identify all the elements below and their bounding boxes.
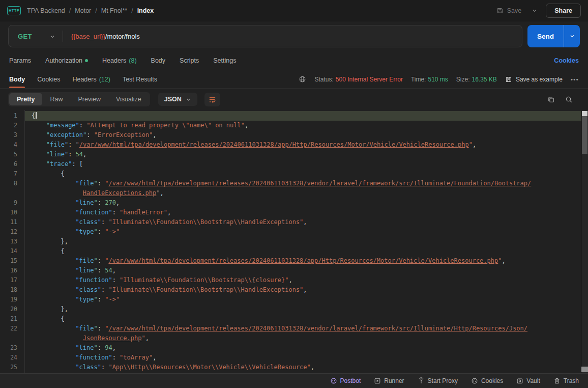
footer-start-proxy-label: Start Proxy bbox=[428, 377, 458, 384]
method-chevron-icon[interactable] bbox=[40, 33, 63, 40]
vertical-scrollbar[interactable] bbox=[581, 110, 588, 373]
url-input[interactable]: {{base_url}}/motor/fnols bbox=[63, 33, 522, 40]
code-token: "file" bbox=[75, 325, 97, 332]
line-number: 24 bbox=[0, 353, 24, 363]
scrollbar-thumb[interactable] bbox=[582, 116, 587, 154]
response-tab-headers-label: Headers bbox=[72, 76, 96, 83]
response-more-options[interactable]: ••• bbox=[571, 76, 579, 82]
file-path-link[interactable]: /var/www/html/tpa/development/releases/2… bbox=[79, 141, 469, 148]
breadcrumb-item-folder[interactable]: Mt Fnol** bbox=[101, 7, 127, 14]
wrap-text-button[interactable] bbox=[204, 93, 220, 106]
file-path-link[interactable]: JsonResource.php bbox=[83, 335, 142, 342]
top-bar: HTTP TPA Backend / Motor / Mt Fnol** / i… bbox=[0, 0, 588, 21]
code-token: 54 bbox=[105, 267, 112, 274]
tab-settings[interactable]: Settings bbox=[213, 57, 236, 64]
response-tab-body[interactable]: Body bbox=[9, 76, 25, 83]
send-options-chevron[interactable] bbox=[564, 25, 580, 47]
code-token: : bbox=[98, 344, 105, 351]
scrollbar-corner[interactable] bbox=[581, 367, 588, 372]
view-mode-pretty[interactable]: Pretty bbox=[9, 93, 42, 105]
size-badge: Size: 16.35 KB bbox=[456, 76, 497, 83]
line-number: 5 bbox=[0, 150, 24, 159]
http-request-icon: HTTP bbox=[7, 6, 21, 15]
url-bar: GET {{base_url}}/motor/fnols bbox=[8, 25, 522, 47]
response-tab-cookies[interactable]: Cookies bbox=[37, 76, 60, 83]
time-badge: Time: 510 ms bbox=[411, 76, 448, 83]
line-number: 8 bbox=[0, 179, 24, 188]
authorization-status-dot bbox=[85, 59, 88, 62]
code-token: , bbox=[311, 364, 314, 371]
tab-params[interactable]: Params bbox=[9, 57, 31, 64]
breadcrumb-item-workspace[interactable]: TPA Backend bbox=[27, 7, 65, 14]
footer-item-postbot[interactable]: Postbot bbox=[330, 377, 361, 384]
code-token: : bbox=[79, 122, 86, 129]
tab-scripts[interactable]: Scripts bbox=[180, 57, 199, 64]
code-token: , bbox=[145, 335, 149, 342]
response-body-viewer[interactable]: 1{2"message": "Attempt to read property … bbox=[0, 110, 588, 373]
save-options-chevron[interactable] bbox=[528, 6, 541, 16]
footer-item-runner[interactable]: Runner bbox=[374, 377, 404, 384]
response-tab-test-results[interactable]: Test Results bbox=[123, 76, 157, 83]
code-token: "line" bbox=[75, 344, 97, 351]
gutter-divider bbox=[24, 110, 25, 373]
language-select[interactable]: JSON bbox=[158, 93, 197, 106]
code-token: "file" bbox=[75, 180, 97, 187]
code-token: : bbox=[98, 257, 105, 264]
view-mode-preview[interactable]: Preview bbox=[70, 93, 108, 105]
file-path-link[interactable]: /var/www/html/tpa/development/releases/2… bbox=[108, 257, 498, 264]
footer-item-start-proxy[interactable]: Start Proxy bbox=[418, 377, 458, 384]
code-token: "Illuminate\\Foundation\\Bootstrap\\{clo… bbox=[120, 276, 288, 284]
viewer-actions bbox=[547, 96, 580, 103]
line-number: 1 bbox=[0, 111, 24, 121]
footer-cookies-label: Cookies bbox=[481, 377, 503, 384]
tab-headers[interactable]: Headers (8) bbox=[102, 57, 137, 64]
save-as-example-label: Save as example bbox=[516, 76, 563, 83]
file-path-link[interactable]: HandleExceptions.php bbox=[83, 189, 157, 197]
save-icon bbox=[496, 7, 504, 14]
code-token: { bbox=[61, 170, 65, 177]
code-token: }, bbox=[61, 306, 68, 313]
code-token: "class" bbox=[75, 286, 101, 293]
footer-item-vault[interactable]: Vault bbox=[516, 377, 540, 384]
view-mode-visualize[interactable]: Visualize bbox=[108, 93, 149, 105]
send-button[interactable]: Send bbox=[527, 25, 564, 47]
footer-item-trash[interactable]: Trash bbox=[553, 377, 579, 384]
code-token: "function" bbox=[75, 209, 112, 216]
code-row: 14{ bbox=[0, 246, 588, 256]
network-icon[interactable] bbox=[299, 75, 306, 83]
code-token: "line" bbox=[46, 151, 68, 158]
code-token: "line" bbox=[75, 267, 97, 274]
code-token: " bbox=[76, 141, 79, 148]
share-button[interactable]: Share bbox=[546, 4, 581, 18]
tab-authorization[interactable]: Authorization bbox=[45, 57, 88, 64]
start-proxy-icon bbox=[418, 377, 425, 384]
request-tabs: Params Authorization Headers (8) Body Sc… bbox=[0, 51, 588, 70]
code-token: "handleError" bbox=[120, 209, 167, 216]
breadcrumb-item-request[interactable]: index bbox=[137, 7, 154, 14]
code-row: 10"function": "handleError", bbox=[0, 208, 588, 217]
code-token: , bbox=[303, 218, 307, 226]
save-button[interactable]: Save bbox=[494, 5, 524, 17]
tab-body[interactable]: Body bbox=[151, 57, 166, 64]
search-icon[interactable] bbox=[565, 96, 573, 103]
code-token: , bbox=[167, 209, 171, 216]
time-value: 510 ms bbox=[428, 76, 448, 83]
code-row: 22"file": "/var/www/html/tpa/development… bbox=[0, 324, 588, 334]
response-tab-headers[interactable]: Headers (12) bbox=[72, 76, 110, 83]
file-path-link[interactable]: /var/www/html/tpa/development/releases/2… bbox=[108, 325, 527, 332]
save-as-example-button[interactable]: Save as example bbox=[505, 76, 563, 83]
file-path-link[interactable]: /var/www/html/tpa/development/releases/2… bbox=[108, 180, 531, 187]
scrollbar-thumb-cap[interactable] bbox=[582, 111, 587, 116]
method-selector[interactable]: GET bbox=[9, 33, 40, 40]
copy-icon[interactable] bbox=[547, 96, 555, 103]
code-row: 23"line": 94, bbox=[0, 343, 588, 353]
response-tab-test-results-label: Test Results bbox=[123, 76, 157, 83]
line-number: 14 bbox=[0, 246, 24, 256]
view-mode-raw[interactable]: Raw bbox=[42, 93, 70, 105]
breadcrumb-item-collection[interactable]: Motor bbox=[75, 7, 91, 14]
code-token: : bbox=[101, 286, 108, 293]
footer-item-cookies[interactable]: Cookies bbox=[471, 377, 503, 384]
cookies-link[interactable]: Cookies bbox=[554, 57, 579, 64]
footer-vault-label: Vault bbox=[526, 377, 540, 384]
save-example-icon bbox=[505, 76, 512, 83]
